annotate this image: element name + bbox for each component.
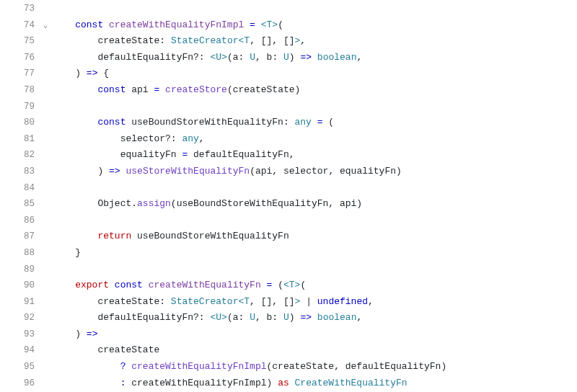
line-number: 86 (0, 213, 38, 229)
code-content[interactable] (53, 262, 577, 278)
code-content[interactable]: createState (53, 342, 577, 359)
code-content[interactable]: Object.assign(useBoundStoreWithEqualityF… (53, 196, 577, 213)
code-content[interactable]: defaultEqualityFn?: <U>(a: U, b: U) => b… (53, 50, 577, 66)
line-number: 96 (0, 375, 38, 392)
token-op: => (87, 329, 98, 339)
indent (53, 182, 75, 193)
code-line[interactable]: 75 createState: StateCreator<T, [], []>, (0, 33, 577, 50)
token-punct: , (255, 312, 267, 323)
token-kw-as: as (278, 378, 289, 388)
token-op: => (87, 68, 98, 79)
token-punct: : (283, 117, 295, 128)
code-line[interactable]: 89 (0, 262, 577, 278)
code-content[interactable]: createState: StateCreator<T, [], []>, (53, 33, 577, 50)
code-content[interactable]: } (53, 245, 577, 262)
line-number: 85 (0, 196, 38, 213)
code-line[interactable]: 81 selector?: any, (0, 131, 577, 148)
code-line[interactable]: 85 Object.assign(useBoundStoreWithEquali… (0, 196, 577, 213)
token-punct: ( (278, 280, 283, 290)
code-content[interactable]: return useBoundStoreWithEqualityFn (53, 228, 577, 245)
code-content[interactable]: defaultEqualityFn?: <U>(a: U, b: U) => b… (53, 310, 577, 326)
indent (53, 378, 75, 388)
token-text (255, 19, 261, 30)
token-punct: : (239, 52, 250, 63)
token-kw-const: const (97, 117, 125, 128)
token-op: => (300, 52, 312, 63)
line-number: 91 (0, 294, 38, 311)
code-content[interactable] (53, 1, 577, 17)
code-line[interactable]: 84 (0, 180, 577, 197)
token-punct: , (199, 133, 205, 144)
code-content[interactable]: createState: StateCreator<T, [], []> | u… (53, 294, 577, 311)
code-content[interactable]: ) => (53, 326, 577, 343)
token-text: defaultEqualityFn (75, 312, 193, 323)
code-content[interactable] (53, 213, 577, 229)
code-line[interactable]: 76 defaultEqualityFn?: <U>(a: U, b: U) =… (0, 50, 577, 66)
indent (53, 3, 75, 14)
token-kw-const: const (115, 280, 143, 290)
code-line[interactable]: 87 return useBoundStoreWithEqualityFn (0, 228, 577, 245)
code-content[interactable]: ) => { (53, 66, 577, 82)
token-objcall: assign (137, 198, 171, 209)
indent (53, 296, 75, 307)
code-line[interactable]: 95 ? createWithEqualityFnImpl(createStat… (0, 359, 577, 375)
token-punct: , (289, 149, 295, 160)
code-content[interactable]: const api = createStore(createState) (53, 82, 577, 99)
code-line[interactable]: 83 ) => useStoreWithEqualityFn(api, sele… (0, 164, 577, 180)
code-line[interactable]: 82 equalityFn = defaultEqualityFn, (0, 147, 577, 164)
token-punct: , (334, 361, 345, 372)
code-line[interactable]: 78 const api = createStore(createState) (0, 82, 577, 99)
line-number: 82 (0, 147, 38, 164)
token-text (103, 166, 109, 177)
token-text (261, 280, 267, 290)
token-text (312, 312, 317, 323)
code-content[interactable] (53, 180, 577, 197)
line-number: 89 (0, 262, 38, 278)
token-angle: > (221, 312, 227, 323)
token-text: createState (233, 84, 295, 95)
code-line[interactable]: 92 defaultEqualityFn?: <U>(a: U, b: U) =… (0, 310, 577, 326)
code-line[interactable]: 79 (0, 99, 577, 115)
token-punct: : (159, 296, 171, 307)
code-content[interactable]: ? createWithEqualityFnImpl(createState, … (53, 359, 577, 375)
token-type: U (216, 52, 221, 63)
token-angle: > (272, 19, 278, 30)
code-line[interactable]: 77 ) => { (0, 66, 577, 82)
token-punct: } (75, 247, 81, 258)
code-line[interactable]: 80 const useBoundStoreWithEqualityFn: an… (0, 115, 577, 131)
token-op: => (109, 166, 120, 177)
token-text: defaultEqualityFn (345, 361, 441, 372)
token-punct: , (356, 52, 362, 63)
token-punct: ( (227, 52, 233, 63)
code-line[interactable]: 91 createState: StateCreator<T, [], []> … (0, 294, 577, 311)
code-line[interactable]: 94 createState (0, 342, 577, 359)
fold-chevron-icon[interactable]: ⌄ (38, 17, 53, 33)
code-content[interactable]: equalityFn = defaultEqualityFn, (53, 147, 577, 164)
code-line[interactable]: 88 } (0, 245, 577, 262)
token-punct: , (356, 312, 362, 323)
code-content[interactable]: : createWithEqualityFnImpl) as CreateWit… (53, 375, 577, 392)
code-line[interactable]: 90 export const createWithEqualityFn = (… (0, 277, 577, 294)
code-content[interactable]: selector?: any, (53, 131, 577, 148)
code-content[interactable]: export const createWithEqualityFn = (<T>… (53, 277, 577, 294)
code-content[interactable]: const useBoundStoreWithEqualityFn: any =… (53, 115, 577, 131)
indent (53, 19, 75, 30)
code-content[interactable]: const createWithEqualityFnImpl = <T>( (53, 17, 577, 34)
code-editor[interactable]: 73 74⌄ const createWithEqualityFnImpl = … (0, 0, 577, 391)
code-line[interactable]: 73 (0, 1, 577, 17)
token-punct: , (368, 296, 374, 307)
token-punct: ) (441, 361, 446, 372)
code-content[interactable]: ) => useStoreWithEqualityFn(api, selecto… (53, 164, 577, 180)
token-text: useBoundStoreWithEqualityFn (125, 117, 283, 128)
code-line[interactable]: 93 ) => (0, 326, 577, 343)
token-type: U (283, 52, 289, 63)
token-punct: ?: (193, 52, 205, 63)
indent (53, 101, 75, 112)
indent (53, 149, 75, 160)
code-line[interactable]: 74⌄ const createWithEqualityFnImpl = <T>… (0, 17, 577, 34)
token-angle: < (261, 19, 267, 30)
token-param: a (233, 312, 239, 323)
code-line[interactable]: 96 : createWithEqualityFnImpl) as Create… (0, 375, 577, 392)
code-line[interactable]: 86 (0, 213, 577, 229)
code-content[interactable] (53, 99, 577, 115)
